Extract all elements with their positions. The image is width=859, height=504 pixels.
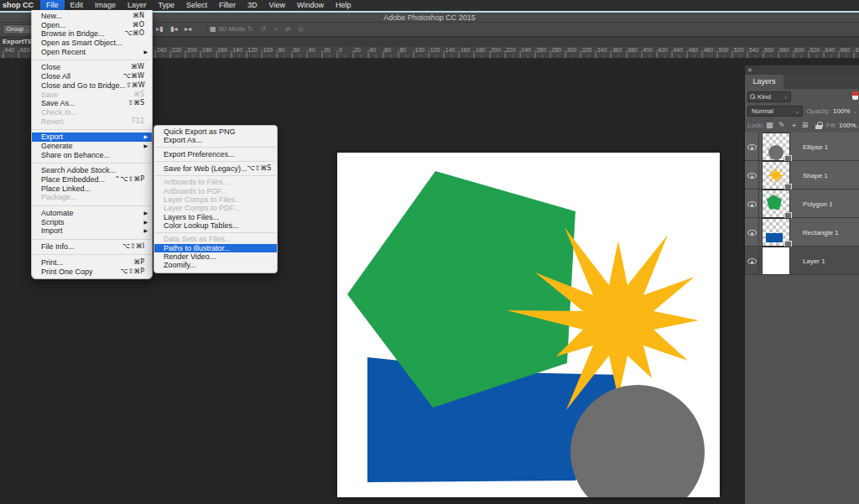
- layer-name[interactable]: Ellipse 1: [803, 143, 828, 151]
- align-right-edges-icon[interactable]: ▸◂: [185, 24, 191, 34]
- 3d-slide-icon[interactable]: ⇄: [285, 24, 291, 34]
- menu-item-artboards-to-files[interactable]: Artboards to Files...: [154, 178, 277, 186]
- layer-name[interactable]: Shape 1: [803, 172, 828, 179]
- menu-item-check-in[interactable]: Check In...: [32, 108, 152, 117]
- menubar-item-3d[interactable]: 3D: [242, 0, 263, 11]
- ruler-label: 180: [202, 47, 212, 53]
- menubar-item-help[interactable]: Help: [330, 0, 357, 11]
- menu-item-file-info[interactable]: File Info...⌥⇧⌘I: [32, 242, 152, 252]
- menu-item-save[interactable]: Save⌘S: [32, 91, 152, 100]
- menu-item-color-lookup-tables[interactable]: Color Lookup Tables...: [154, 221, 277, 230]
- visibility-toggle[interactable]: [745, 218, 759, 247]
- menu-item-share-on-behance[interactable]: Share on Behance...: [32, 151, 152, 160]
- ruler-label: 440: [673, 47, 683, 53]
- menu-item-revert[interactable]: RevertF12: [32, 117, 152, 127]
- menu-item-close-all[interactable]: Close All⌥⌘W: [32, 72, 152, 81]
- blend-mode-dropdown[interactable]: Normal ⌄: [747, 106, 803, 117]
- menu-item-zoomify[interactable]: Zoomify...: [154, 261, 277, 269]
- menu-item-place-linked[interactable]: Place Linked...: [32, 184, 152, 194]
- align-center-icon[interactable]: ▮◂: [170, 24, 177, 34]
- menu-item-layers-to-files[interactable]: Layers to Files...: [154, 213, 277, 221]
- 3d-orbit-icon[interactable]: ↻: [247, 24, 253, 34]
- menu-item-generate[interactable]: Generate▶: [32, 142, 152, 151]
- visibility-toggle[interactable]: [745, 161, 759, 190]
- lock-all-icon[interactable]: [815, 122, 822, 129]
- visibility-toggle[interactable]: [745, 132, 759, 161]
- layer-thumbnail[interactable]: [763, 133, 789, 160]
- chevron-down-icon[interactable]: ⌄: [855, 121, 859, 131]
- ruler-label: 100: [415, 47, 425, 53]
- document-canvas[interactable]: [337, 153, 720, 497]
- layer-filtering-toggle-icon[interactable]: [852, 91, 858, 100]
- visibility-toggle[interactable]: [745, 190, 759, 218]
- menu-item-search-adobe-stock[interactable]: Search Adobe Stock...: [32, 166, 152, 175]
- menu-item-save-for-web-legacy[interactable]: Save for Web (Legacy)...⌥⇧⌘S: [154, 164, 277, 173]
- layer-name[interactable]: Polygon 1: [803, 200, 833, 208]
- menu-item-paths-to-illustrator[interactable]: Paths to Illustrator...: [154, 244, 277, 252]
- chevron-down-icon[interactable]: ⌄: [853, 107, 857, 117]
- menu-item-open[interactable]: Open...⌘O: [32, 21, 152, 30]
- menu-item-layer-comps-to-pdf[interactable]: Layer Comps to PDF...: [154, 204, 277, 212]
- layer-thumbnail[interactable]: [763, 219, 789, 246]
- submenu-arrow-icon: ▶: [143, 209, 148, 218]
- layer-thumbnail[interactable]: [763, 247, 789, 274]
- menubar-item-filter[interactable]: Filter: [213, 0, 242, 11]
- menu-item-open-recent[interactable]: Open Recent▶: [32, 48, 152, 57]
- menu-separator: [33, 163, 151, 164]
- menu-item-scripts[interactable]: Scripts▶: [32, 218, 152, 227]
- group-tool-dropdown[interactable]: Group ⌄: [3, 24, 33, 34]
- menu-item-export-preferences[interactable]: Export Preferences...: [154, 150, 277, 158]
- menu-item-browse-in-bridge[interactable]: Browse in Bridge...⌥⌘O: [32, 29, 152, 39]
- close-panel-icon[interactable]: ✕: [747, 66, 752, 74]
- menubar-item-window[interactable]: Window: [291, 0, 330, 11]
- layer-name[interactable]: Rectangle 1: [803, 229, 839, 236]
- lock-position-icon[interactable]: ＋: [790, 120, 798, 131]
- layer-row-layer-1[interactable]: Layer 1: [745, 247, 859, 275]
- menu-item-import[interactable]: Import▶: [32, 226, 152, 236]
- menubar-item-type[interactable]: Type: [153, 0, 181, 11]
- menubar-item-select[interactable]: Select: [180, 0, 213, 11]
- menu-item-automate[interactable]: Automate▶: [32, 209, 152, 218]
- distribute-icon[interactable]: ▦: [210, 24, 216, 34]
- menu-item-close-and-go-to-bridge[interactable]: Close and Go to Bridge...⇧⌘W: [32, 81, 152, 91]
- menu-item-open-as-smart-object[interactable]: Open as Smart Object...: [32, 39, 152, 48]
- align-left-edges-icon[interactable]: ▸▮: [156, 24, 163, 34]
- 3d-zoom-icon[interactable]: ◎: [298, 24, 304, 34]
- layer-thumbnail[interactable]: [763, 162, 789, 189]
- lock-transparency-icon[interactable]: ▩: [766, 120, 773, 131]
- menu-item-save-as[interactable]: Save As...⇧⌘S: [32, 99, 152, 108]
- fill-value[interactable]: 100%: [839, 120, 856, 131]
- layer-row-shape-1[interactable]: Shape 1: [745, 161, 859, 190]
- menu-item-label: New...: [41, 12, 62, 21]
- 3d-pan-icon[interactable]: ＋: [273, 24, 279, 34]
- ruler-label: 200: [491, 47, 501, 53]
- menu-item-data-sets-as-files[interactable]: Data Sets as Files...: [154, 235, 277, 243]
- menu-item-artboards-to-pdf[interactable]: Artboards to PDF...: [154, 187, 277, 195]
- lock-artboard-icon[interactable]: ⊞: [802, 120, 809, 131]
- menu-item-package[interactable]: Package...: [32, 193, 152, 202]
- layer-row-ellipse-1[interactable]: Ellipse 1: [745, 132, 859, 161]
- tab-layers[interactable]: Layers: [745, 75, 784, 89]
- menubar-item-view[interactable]: View: [263, 0, 291, 11]
- menu-item-export-as[interactable]: Export As...: [154, 136, 277, 144]
- layer-name[interactable]: Layer 1: [803, 257, 825, 265]
- layer-thumbnail[interactable]: [763, 190, 789, 217]
- menu-item-export[interactable]: Export▶: [32, 132, 152, 142]
- menu-item-place-embedded[interactable]: Place Embedded...⌃⌥⇧⌘P: [32, 175, 152, 184]
- menu-item-print[interactable]: Print...⌘P: [32, 258, 152, 268]
- layer-row-rectangle-1[interactable]: Rectangle 1: [745, 218, 859, 247]
- menu-item-new[interactable]: New...⌘N: [32, 12, 152, 21]
- lock-paint-icon[interactable]: ✎: [778, 120, 785, 131]
- eye-icon: [747, 173, 757, 179]
- opacity-value[interactable]: 100%: [833, 106, 850, 117]
- 3d-roll-icon[interactable]: ↺: [260, 24, 266, 34]
- menu-item-close[interactable]: Close⌘W: [32, 63, 152, 72]
- menu-item-label: Print One Copy: [41, 268, 93, 277]
- menu-item-print-one-copy[interactable]: Print One Copy⌥⇧⌘P: [32, 268, 152, 277]
- layer-row-polygon-1[interactable]: Polygon 1: [745, 190, 859, 218]
- menu-item-layer-comps-to-files[interactable]: Layer Comps to Files...: [154, 195, 277, 204]
- menu-item-render-video[interactable]: Render Video...: [154, 252, 277, 261]
- menu-item-quick-export-as-png[interactable]: Quick Export as PNG: [154, 127, 277, 136]
- visibility-toggle[interactable]: [745, 247, 759, 275]
- kind-filter-dropdown[interactable]: Kind ⌄: [747, 91, 791, 102]
